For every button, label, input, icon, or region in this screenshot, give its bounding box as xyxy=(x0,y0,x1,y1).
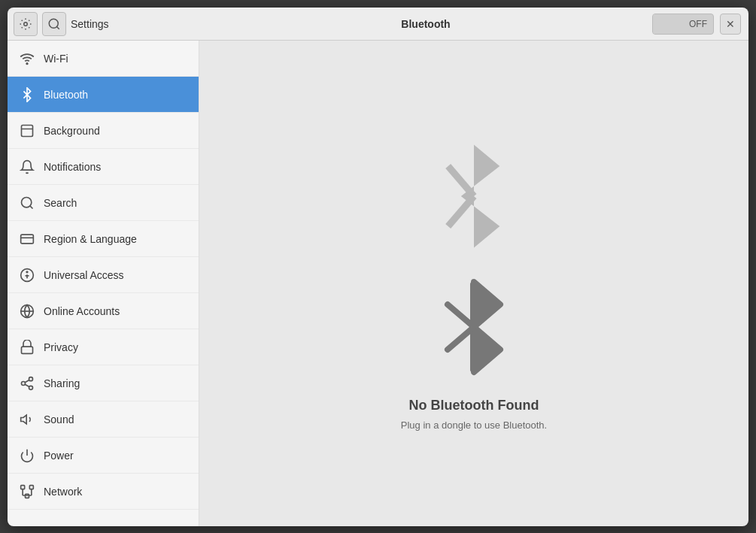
sidebar-item-wifi[interactable]: Wi-Fi xyxy=(8,41,199,77)
svg-line-2 xyxy=(56,26,59,29)
svg-point-3 xyxy=(26,62,28,64)
sidebar-item-background-label: Background xyxy=(44,125,100,137)
titlebar-center: Bluetooth xyxy=(199,18,652,30)
sidebar-item-wifi-label: Wi-Fi xyxy=(44,53,68,65)
svg-rect-7 xyxy=(21,235,34,244)
background-icon xyxy=(20,123,35,138)
sidebar-item-universal-access-label: Universal Access xyxy=(44,269,124,281)
svg-line-36 xyxy=(448,327,474,350)
search-button[interactable] xyxy=(42,12,66,36)
toggle-label: OFF xyxy=(683,19,713,29)
svg-marker-21 xyxy=(21,415,27,424)
svg-line-20 xyxy=(25,380,29,382)
power-icon xyxy=(20,448,35,463)
svg-point-17 xyxy=(22,381,26,385)
content-area: No Bluetooth Found Plug in a dongle to u… xyxy=(199,41,748,526)
main-content: Wi-Fi Bluetooth Backg xyxy=(8,41,748,526)
sidebar-item-sound-label: Sound xyxy=(44,413,74,425)
sharing-icon xyxy=(20,376,35,391)
bluetooth-large-icon xyxy=(429,136,519,256)
sidebar-item-notifications-label: Notifications xyxy=(44,161,101,173)
sidebar-item-region[interactable]: Region & Language xyxy=(8,221,199,257)
settings-window: Settings Bluetooth OFF ✕ xyxy=(8,8,748,526)
titlebar-right: OFF ✕ xyxy=(652,14,748,35)
universal-access-icon xyxy=(20,268,35,283)
svg-point-1 xyxy=(49,19,58,28)
sidebar-item-power-label: Power xyxy=(44,450,74,462)
app-title: Settings xyxy=(71,18,109,30)
svg-line-35 xyxy=(448,304,474,327)
sidebar-item-power[interactable]: Power xyxy=(8,438,199,474)
svg-point-5 xyxy=(22,197,32,207)
section-title: Bluetooth xyxy=(401,18,450,30)
no-bluetooth-subtitle: Plug in a dongle to use Bluetooth. xyxy=(401,419,547,431)
sidebar-item-search[interactable]: Search xyxy=(8,185,199,221)
sidebar-item-network-label: Network xyxy=(44,486,82,498)
sidebar-item-online-accounts-label: Online Accounts xyxy=(44,305,120,317)
sidebar-item-bluetooth[interactable]: Bluetooth xyxy=(8,77,199,113)
sidebar-item-universal-access[interactable]: Universal Access xyxy=(8,257,199,293)
sidebar-item-sound[interactable]: Sound xyxy=(8,401,199,438)
titlebar-left: Settings xyxy=(8,12,199,36)
notifications-icon xyxy=(20,159,35,174)
svg-rect-15 xyxy=(22,347,33,353)
sidebar-item-region-label: Region & Language xyxy=(44,233,137,245)
sidebar: Wi-Fi Bluetooth Backg xyxy=(8,41,199,526)
svg-rect-23 xyxy=(21,485,25,489)
network-icon xyxy=(20,484,35,499)
sidebar-item-notifications[interactable]: Notifications xyxy=(8,149,199,185)
sidebar-item-privacy[interactable]: Privacy xyxy=(8,329,199,365)
privacy-icon xyxy=(20,340,35,355)
titlebar: Settings Bluetooth OFF ✕ xyxy=(8,8,748,41)
toggle-track xyxy=(653,14,683,34)
settings-icon-button[interactable] xyxy=(14,12,38,36)
svg-line-31 xyxy=(448,196,474,226)
svg-point-18 xyxy=(29,386,33,389)
sidebar-item-background[interactable]: Background xyxy=(8,113,199,149)
svg-point-10 xyxy=(26,271,28,273)
online-accounts-icon xyxy=(20,304,35,319)
sidebar-item-sharing[interactable]: Sharing xyxy=(8,365,199,401)
svg-line-6 xyxy=(30,205,33,208)
bluetooth-display-icon xyxy=(436,274,512,380)
sidebar-item-bluetooth-label: Bluetooth xyxy=(44,89,88,101)
svg-rect-4 xyxy=(22,125,33,136)
wifi-icon xyxy=(20,51,35,66)
bluetooth-icon-sidebar xyxy=(20,87,35,102)
sidebar-item-privacy-label: Privacy xyxy=(44,341,78,353)
svg-point-0 xyxy=(24,22,28,26)
sound-icon xyxy=(20,412,35,427)
sidebar-item-sharing-label: Sharing xyxy=(44,377,80,389)
sidebar-item-search-label: Search xyxy=(44,197,77,209)
svg-rect-24 xyxy=(29,485,33,489)
svg-line-30 xyxy=(448,166,474,196)
sidebar-item-online-accounts[interactable]: Online Accounts xyxy=(8,293,199,329)
svg-line-19 xyxy=(25,384,29,386)
sidebar-item-network[interactable]: Network xyxy=(8,474,199,510)
search-icon xyxy=(20,195,35,210)
close-button[interactable]: ✕ xyxy=(720,14,741,35)
no-bluetooth-title: No Bluetooth Found xyxy=(409,398,539,413)
svg-point-16 xyxy=(29,377,33,380)
region-icon xyxy=(20,232,35,247)
bluetooth-toggle[interactable]: OFF xyxy=(652,14,714,35)
